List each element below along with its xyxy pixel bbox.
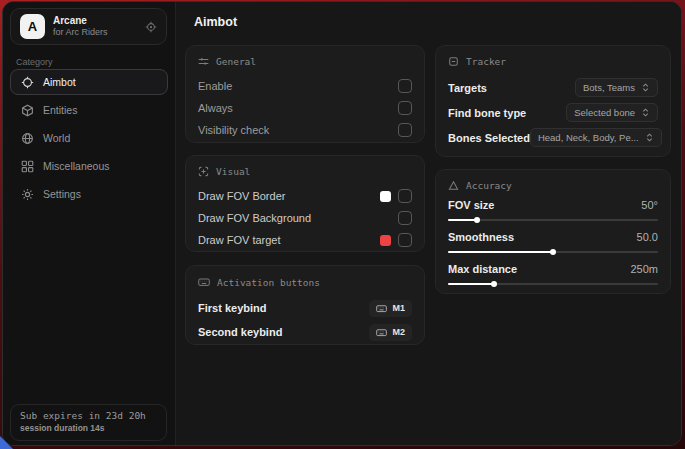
app-subtitle: for Arc Riders bbox=[53, 27, 108, 38]
slider-fill bbox=[448, 251, 553, 253]
dropdown-value: Bots, Teams bbox=[583, 82, 635, 93]
max-distance-setting: Max distance 250m bbox=[448, 263, 658, 285]
crosshair-icon bbox=[21, 76, 34, 89]
setting-row-find-bone-type: Find bone type Selected bone bbox=[448, 100, 658, 125]
sidebar-nav: Aimbot Entities World bbox=[10, 69, 168, 209]
enable-checkbox[interactable] bbox=[398, 79, 412, 93]
sidebar-item-settings[interactable]: Settings bbox=[10, 181, 168, 207]
tracker-card-title: Tracker bbox=[466, 56, 506, 67]
find-bone-type-dropdown[interactable]: Selected bone bbox=[566, 103, 658, 122]
dropdown-value: Selected bone bbox=[574, 107, 635, 118]
target-box-icon bbox=[448, 56, 459, 67]
general-card-title: General bbox=[216, 56, 256, 67]
session-duration-text: session duration 14s bbox=[20, 423, 157, 433]
visibility-check-checkbox[interactable] bbox=[398, 123, 412, 137]
setting-label: Draw FOV Border bbox=[198, 190, 285, 202]
fov-target-checkbox[interactable] bbox=[398, 233, 412, 247]
fov-border-color-swatch[interactable] bbox=[380, 191, 391, 202]
sidebar-item-label: Entities bbox=[43, 104, 77, 116]
max-distance-slider[interactable] bbox=[448, 283, 658, 285]
always-checkbox[interactable] bbox=[398, 101, 412, 115]
setting-row-visibility-check: Visibility check bbox=[198, 119, 412, 141]
slider-fill bbox=[448, 283, 494, 285]
keyboard-icon bbox=[376, 327, 387, 338]
accuracy-card: Accuracy FOV size 50° Smoothness 50.0 bbox=[435, 169, 671, 294]
globe-icon bbox=[21, 132, 34, 145]
keyboard-icon bbox=[376, 303, 387, 314]
sidebar-item-entities[interactable]: Entities bbox=[10, 97, 168, 123]
sliders-icon bbox=[198, 56, 209, 67]
setting-row-fov-border: Draw FOV Border bbox=[198, 185, 412, 207]
sidebar-item-label: World bbox=[43, 132, 70, 144]
activation-card-title: Activation buttons bbox=[217, 277, 320, 288]
setting-row-second-keybind: Second keybind M2 bbox=[198, 320, 412, 344]
smoothness-row: Smoothness 50.0 bbox=[448, 231, 658, 243]
app-logo: A bbox=[20, 14, 45, 39]
keybind-value: M2 bbox=[392, 327, 405, 337]
sidebar-item-world[interactable]: World bbox=[10, 125, 168, 151]
smoothness-setting: Smoothness 50.0 bbox=[448, 231, 658, 253]
setting-row-targets: Targets Bots, Teams bbox=[448, 75, 658, 100]
setting-row-always: Always bbox=[198, 97, 412, 119]
app-title: Arcane bbox=[53, 15, 108, 28]
setting-label: Smoothness bbox=[448, 231, 514, 243]
setting-label: Always bbox=[198, 102, 233, 114]
second-keybind-button[interactable]: M2 bbox=[369, 324, 412, 341]
smoothness-value: 50.0 bbox=[637, 231, 658, 243]
accuracy-card-title: Accuracy bbox=[466, 180, 512, 191]
fov-background-checkbox[interactable] bbox=[398, 211, 412, 225]
bones-selected-dropdown[interactable]: Head, Neck, Body, Pe... bbox=[530, 128, 662, 147]
gear-icon bbox=[21, 188, 34, 201]
sidebar-item-label: Miscellaneous bbox=[43, 160, 110, 172]
max-distance-row: Max distance 250m bbox=[448, 263, 658, 275]
slider-thumb[interactable] bbox=[550, 249, 556, 255]
scan-plus-icon bbox=[198, 166, 209, 177]
sidebar-item-miscellaneous[interactable]: Miscellaneous bbox=[10, 153, 168, 179]
setting-label: Second keybind bbox=[198, 326, 282, 338]
fov-target-color-swatch[interactable] bbox=[380, 235, 391, 246]
brand-text: Arcane for Arc Riders bbox=[53, 15, 108, 39]
general-card: General Enable Always Visibility check bbox=[185, 45, 425, 143]
brand-card: A Arcane for Arc Riders bbox=[10, 8, 167, 45]
slider-thumb[interactable] bbox=[474, 217, 480, 223]
background-cursor-wedge bbox=[0, 436, 13, 449]
targets-dropdown[interactable]: Bots, Teams bbox=[575, 78, 658, 97]
cube-icon bbox=[21, 104, 34, 117]
setting-label: Max distance bbox=[448, 263, 517, 275]
setting-row-bones-selected: Bones Selected Head, Neck, Body, Pe... bbox=[448, 125, 658, 150]
fov-size-setting: FOV size 50° bbox=[448, 199, 658, 221]
activation-card: Activation buttons First keybind M1 Seco… bbox=[185, 265, 425, 345]
chevrons-up-down-icon bbox=[641, 108, 650, 117]
visual-card-title: Visual bbox=[216, 166, 250, 177]
setting-label: Enable bbox=[198, 80, 232, 92]
fov-border-controls bbox=[380, 189, 412, 203]
chevrons-up-down-icon bbox=[641, 83, 650, 92]
sidebar-item-label: Settings bbox=[43, 188, 81, 200]
accuracy-card-header: Accuracy bbox=[448, 180, 658, 191]
setting-row-fov-background: Draw FOV Background bbox=[198, 207, 412, 229]
setting-label: Find bone type bbox=[448, 107, 526, 119]
sidebar-item-aimbot[interactable]: Aimbot bbox=[10, 69, 168, 95]
fov-size-slider[interactable] bbox=[448, 219, 658, 221]
tracker-card-header: Tracker bbox=[448, 56, 658, 67]
setting-label: Bones Selected bbox=[448, 132, 530, 144]
sidebar: A Arcane for Arc Riders Category Aimbot bbox=[3, 2, 176, 445]
smoothness-slider[interactable] bbox=[448, 251, 658, 253]
slider-thumb[interactable] bbox=[491, 281, 497, 287]
sub-expiry-text: Sub expires in 23d 20h bbox=[20, 410, 157, 421]
visual-card: Visual Draw FOV Border Draw FOV Backgrou… bbox=[185, 155, 425, 252]
setting-label: Draw FOV target bbox=[198, 234, 281, 246]
keybind-value: M1 bbox=[392, 303, 405, 313]
sidebar-item-label: Aimbot bbox=[43, 76, 76, 88]
crosshair-settings-icon[interactable] bbox=[145, 21, 157, 33]
visual-card-header: Visual bbox=[198, 166, 412, 177]
dropdown-value: Head, Neck, Body, Pe... bbox=[538, 132, 639, 143]
page-title: Aimbot bbox=[194, 15, 237, 29]
activation-card-header: Activation buttons bbox=[198, 276, 412, 288]
chevrons-up-down-icon bbox=[645, 133, 654, 142]
fov-border-checkbox[interactable] bbox=[398, 189, 412, 203]
fov-target-controls bbox=[380, 233, 412, 247]
category-label: Category bbox=[16, 57, 53, 67]
first-keybind-button[interactable]: M1 bbox=[369, 300, 412, 317]
keyboard-icon bbox=[198, 276, 210, 288]
